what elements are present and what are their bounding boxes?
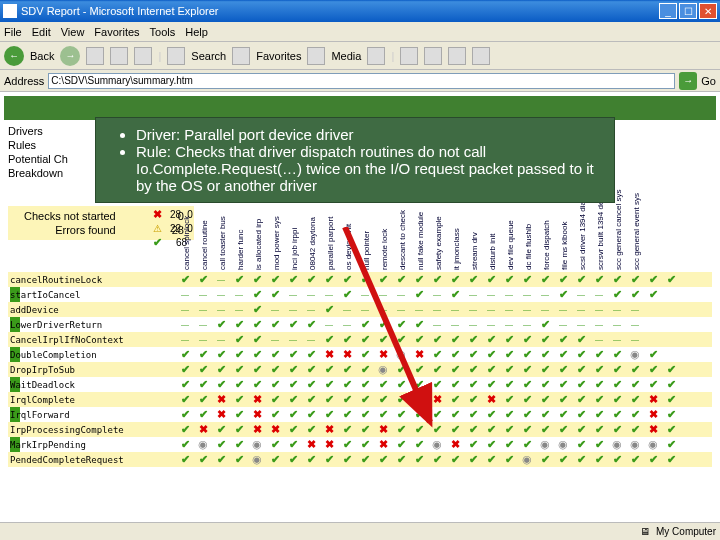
result-cell[interactable]: —: [628, 334, 642, 346]
result-cell[interactable]: ✔: [502, 424, 516, 436]
result-cell[interactable]: —: [628, 319, 642, 331]
result-cell[interactable]: —: [466, 304, 480, 316]
result-cell[interactable]: ✔: [232, 394, 246, 406]
result-cell[interactable]: —: [232, 304, 246, 316]
result-cell[interactable]: ✔: [286, 364, 300, 376]
result-cell[interactable]: ✔: [286, 319, 300, 331]
result-cell[interactable]: ✔: [196, 394, 210, 406]
result-cell[interactable]: ✔: [574, 379, 588, 391]
result-cell[interactable]: ◉: [250, 439, 264, 451]
result-cell[interactable]: ✔: [178, 394, 192, 406]
result-cell[interactable]: ✔: [628, 454, 642, 466]
result-cell[interactable]: ✔: [610, 394, 624, 406]
result-cell[interactable]: ✔: [592, 439, 606, 451]
search-icon[interactable]: [167, 47, 185, 65]
result-cell[interactable]: ✔: [592, 274, 606, 286]
menu-help[interactable]: Help: [185, 26, 208, 38]
result-cell[interactable]: —: [628, 304, 642, 316]
print-button[interactable]: [424, 47, 442, 65]
result-cell[interactable]: ✔: [538, 364, 552, 376]
result-cell[interactable]: ✔: [268, 364, 282, 376]
result-cell[interactable]: —: [322, 289, 336, 301]
result-cell[interactable]: ✔: [304, 394, 318, 406]
result-cell[interactable]: ✔: [250, 349, 264, 361]
result-cell[interactable]: ✔: [538, 319, 552, 331]
result-cell[interactable]: ✖: [484, 394, 498, 406]
result-cell[interactable]: —: [196, 319, 210, 331]
result-cell[interactable]: ✔: [466, 409, 480, 421]
result-cell[interactable]: ✔: [466, 364, 480, 376]
result-cell[interactable]: ✔: [466, 349, 480, 361]
result-cell[interactable]: ✔: [466, 424, 480, 436]
result-cell[interactable]: ✔: [214, 379, 228, 391]
result-cell[interactable]: ✔: [232, 424, 246, 436]
result-cell[interactable]: —: [286, 304, 300, 316]
result-cell[interactable]: ✔: [592, 454, 606, 466]
row-label[interactable]: addDevice: [8, 305, 178, 315]
result-cell[interactable]: —: [610, 334, 624, 346]
result-cell[interactable]: ✔: [250, 274, 264, 286]
result-cell[interactable]: ✔: [196, 274, 210, 286]
result-cell[interactable]: ✔: [214, 454, 228, 466]
menu-view[interactable]: View: [61, 26, 85, 38]
result-cell[interactable]: ✔: [538, 424, 552, 436]
result-cell[interactable]: ✔: [646, 364, 660, 376]
link-rules[interactable]: Rules: [8, 138, 68, 152]
result-cell[interactable]: ✔: [628, 274, 642, 286]
result-cell[interactable]: ✔: [610, 409, 624, 421]
link-drivers[interactable]: Drivers: [8, 124, 68, 138]
result-cell[interactable]: ✔: [304, 379, 318, 391]
result-cell[interactable]: —: [484, 289, 498, 301]
result-cell[interactable]: ✔: [502, 334, 516, 346]
result-cell[interactable]: —: [574, 304, 588, 316]
result-cell[interactable]: ✔: [178, 409, 192, 421]
go-button[interactable]: →: [679, 72, 697, 90]
menu-edit[interactable]: Edit: [32, 26, 51, 38]
result-cell[interactable]: ✔: [178, 424, 192, 436]
result-cell[interactable]: ✔: [574, 349, 588, 361]
result-cell[interactable]: ✔: [286, 394, 300, 406]
result-cell[interactable]: ✔: [484, 454, 498, 466]
result-cell[interactable]: ✔: [250, 334, 264, 346]
edit-button[interactable]: [448, 47, 466, 65]
result-cell[interactable]: ✔: [520, 349, 534, 361]
result-cell[interactable]: ✔: [628, 364, 642, 376]
discuss-button[interactable]: [472, 47, 490, 65]
result-cell[interactable]: —: [556, 319, 570, 331]
result-cell[interactable]: ✔: [322, 379, 336, 391]
result-cell[interactable]: —: [574, 319, 588, 331]
favorites-icon[interactable]: [232, 47, 250, 65]
result-cell[interactable]: ✔: [268, 454, 282, 466]
result-cell[interactable]: ◉: [196, 439, 210, 451]
result-cell[interactable]: —: [214, 334, 228, 346]
result-cell[interactable]: ✔: [322, 364, 336, 376]
result-cell[interactable]: —: [592, 319, 606, 331]
result-cell[interactable]: —: [268, 304, 282, 316]
result-cell[interactable]: ✔: [592, 424, 606, 436]
result-cell[interactable]: ✔: [538, 334, 552, 346]
result-cell[interactable]: ✔: [232, 409, 246, 421]
result-cell[interactable]: ✔: [646, 289, 660, 301]
result-cell[interactable]: ◉: [628, 439, 642, 451]
result-cell[interactable]: ✔: [574, 334, 588, 346]
result-cell[interactable]: ✔: [232, 349, 246, 361]
result-cell[interactable]: ✖: [646, 409, 660, 421]
result-cell[interactable]: ✔: [286, 349, 300, 361]
result-cell[interactable]: ✔: [520, 394, 534, 406]
result-cell[interactable]: ✔: [628, 394, 642, 406]
link-breakdown[interactable]: Breakdown: [8, 166, 68, 180]
home-button[interactable]: [134, 47, 152, 65]
result-cell[interactable]: ✔: [232, 274, 246, 286]
result-cell[interactable]: ✔: [268, 319, 282, 331]
result-cell[interactable]: —: [178, 289, 192, 301]
link-potential[interactable]: Potential Ch: [8, 152, 68, 166]
result-cell[interactable]: —: [214, 289, 228, 301]
result-cell[interactable]: ✔: [178, 274, 192, 286]
result-cell[interactable]: ✔: [664, 439, 678, 451]
result-cell[interactable]: ◉: [520, 454, 534, 466]
result-cell[interactable]: ✔: [250, 364, 264, 376]
result-cell[interactable]: ✔: [610, 379, 624, 391]
result-cell[interactable]: ✔: [502, 439, 516, 451]
result-cell[interactable]: ✔: [610, 349, 624, 361]
result-cell[interactable]: ✔: [232, 364, 246, 376]
